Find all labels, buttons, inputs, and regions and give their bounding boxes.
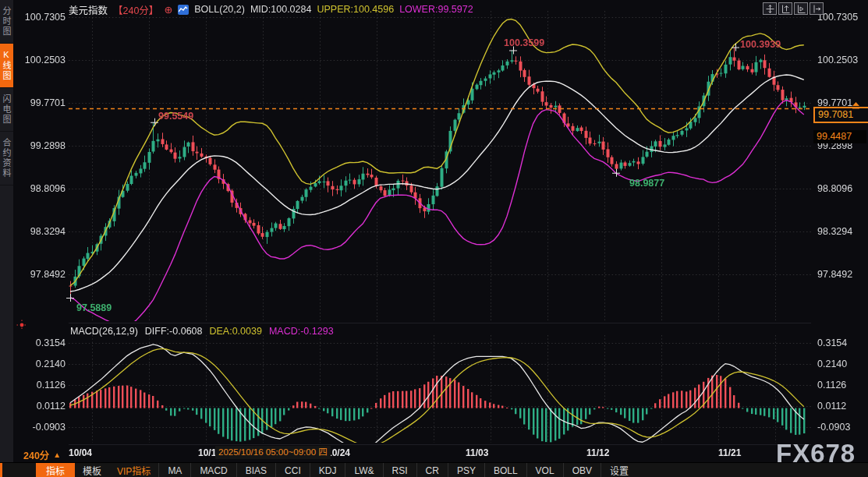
price-axis-label: 100.2503 (17, 55, 66, 65)
macd-indicator-label: MACD(26,12,9) (70, 326, 138, 337)
period-selector[interactable]: 240分 ▲ (23, 447, 61, 462)
price-axis-label: 0.0112 (817, 401, 846, 412)
settle-price-box: 99.4487 (813, 130, 866, 143)
period-selector-label: 240分 (23, 447, 49, 462)
price-axis-label: 98.8096 (817, 183, 852, 194)
toolbar-item-rsi[interactable]: RSI (383, 463, 416, 477)
price-axis-label: -0.0903 (17, 422, 66, 433)
sidebar-tab-time-chart[interactable]: 分时图 (0, 0, 13, 44)
price-axis-label: 100.2503 (817, 55, 858, 65)
price-axis-label: 98.3294 (817, 226, 852, 237)
price-axis-label: 0.1126 (817, 380, 846, 390)
toolbar-tab-indicators[interactable]: 指标 (36, 463, 75, 477)
price-annotation: 100.3939 (740, 39, 781, 50)
macd-header: MACD(26,12,9) DIFF:-0.0608 DEA:0.0039 MA… (70, 326, 334, 337)
time-axis-label: 11/21 (718, 447, 741, 458)
toolbar-item-boll[interactable]: BOLL (484, 463, 526, 477)
price-axis-label: 98.8096 (17, 183, 66, 194)
pan-right-button[interactable] (810, 2, 824, 15)
price-axis-label: 0.1126 (17, 380, 66, 390)
price-axis-label: 0.3154 (817, 337, 847, 348)
symbol-title: 美元指数 (69, 2, 108, 17)
price-marker-arrow-icon[interactable] (851, 99, 861, 113)
toolbar-item-obv[interactable]: OBV (563, 463, 601, 477)
period-up-arrow-icon: ▲ (53, 450, 61, 459)
toolbar-item-macd[interactable]: MACD (190, 463, 236, 477)
time-axis-label: 10/04 (69, 447, 92, 458)
boll-lower-value: LOWER:99.5972 (399, 4, 473, 15)
price-axis-label: 0.0112 (17, 401, 66, 412)
sidebar-tab-lightning-chart[interactable]: 闪电图 (0, 88, 13, 132)
boll-mid-value: MID:100.0284 (250, 4, 312, 15)
price-axis-label: 99.7701 (17, 97, 66, 108)
toolbar-item-settings[interactable]: 设置 (601, 463, 637, 477)
line-chart-icon[interactable] (178, 5, 189, 15)
red-beacon-icon (16, 320, 27, 334)
toolbar-item-bias[interactable]: BIAS (236, 463, 275, 477)
chart-tool-buttons (763, 2, 824, 15)
price-axis-label: 100.7305 (17, 12, 66, 23)
axis-zoom-up-button[interactable] (778, 2, 792, 15)
period-label: 【240分】 (113, 2, 158, 17)
price-axis-label: -0.0903 (817, 422, 850, 433)
toolbar-item-psy[interactable]: PSY (448, 463, 484, 477)
move-crosshair-button[interactable] (763, 2, 777, 15)
toolbar-item-ma[interactable]: MA (158, 463, 190, 477)
axis-zoom-right-button[interactable] (794, 2, 808, 15)
price-axis-label: 97.8492 (817, 269, 852, 280)
price-axis-label: 98.3294 (17, 226, 66, 237)
price-annotation: 100.3599 (504, 37, 544, 48)
circle-plus-icon[interactable]: ⊕ (164, 5, 172, 15)
price-annotation: 97.5889 (76, 302, 112, 313)
chart-header: 美元指数 【240分】 ⊕ BOLL(20,2) MID:100.0284 UP… (69, 3, 473, 16)
price-axis-label: 97.8492 (17, 269, 66, 280)
toolbar-item-lw[interactable]: LW& (345, 463, 382, 477)
sidebar-tab-candlestick-chart[interactable]: K线图 (0, 44, 13, 88)
pane-divider[interactable] (69, 323, 811, 323)
time-axis-label: 11/12 (586, 447, 609, 458)
price-axis-label: 0.2140 (817, 359, 847, 369)
toolbar-tab-templates[interactable]: 模板 (75, 463, 109, 477)
boll-indicator-label: BOLL(20,2) (194, 4, 245, 15)
axis-divider (69, 444, 811, 445)
macd-dea-value: DEA:0.0039 (209, 326, 261, 337)
price-axis-label: 0.3154 (17, 337, 66, 348)
time-range-tooltip: 2025/10/16 05:00~09:00 四 (215, 446, 331, 459)
toolbar-item-kdj[interactable]: KDJ (310, 463, 345, 477)
toolbar-item-vol[interactable]: VOL (526, 463, 563, 477)
toolbar-item-cr[interactable]: CR (416, 463, 448, 477)
toolbar-item-cci[interactable]: CCI (275, 463, 310, 477)
price-axis-label: 99.2898 (17, 140, 66, 151)
boll-upper-value: UPPER:100.4596 (317, 4, 394, 15)
price-chart-canvas[interactable] (0, 0, 868, 477)
price-axis-label: 0.2140 (17, 359, 66, 369)
toolbar-tab-vip-indicators[interactable]: VIP指标 (109, 463, 158, 477)
price-annotation: 98.9877 (629, 178, 664, 189)
time-axis-label: 11/03 (466, 447, 488, 458)
price-annotation: 99.5549 (158, 111, 193, 122)
sidebar-tab-contract-info[interactable]: 合约资料 (0, 132, 13, 186)
macd-hist-value: MACD:-0.1293 (269, 326, 334, 337)
trading-app-window: 分时图 K线图 闪电图 合约资料 美元指数 【240分】 ⊕ BOLL(20,2… (0, 0, 868, 477)
left-sidebar: 分时图 K线图 闪电图 合约资料 (0, 0, 13, 462)
macd-diff-value: DIFF:-0.0608 (145, 326, 203, 337)
indicator-toolbar: 指标 模板 VIP指标 MA MACD BIAS CCI KDJ LW& RSI… (0, 462, 868, 477)
